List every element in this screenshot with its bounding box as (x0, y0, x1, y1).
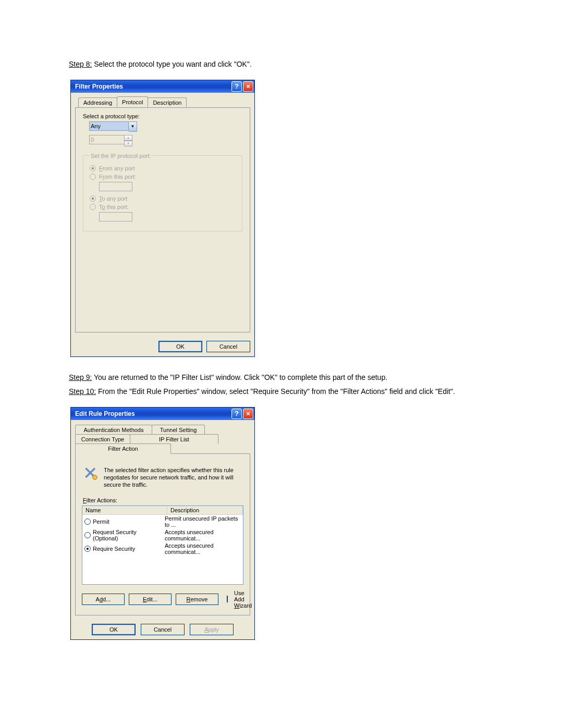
remove-button[interactable]: Remove (176, 594, 218, 605)
close-button[interactable]: × (243, 81, 253, 92)
step8: Step 8: Select the protocol type you wan… (69, 59, 494, 69)
titlebar[interactable]: Edit Rule Properties ? × (71, 408, 254, 420)
tab-auth-methods[interactable]: Authentication Methods (75, 425, 152, 435)
radio-to-any (90, 195, 96, 202)
col-name[interactable]: Name (82, 506, 167, 514)
close-button[interactable]: × (243, 409, 253, 419)
port-fieldset: Set the IP protocol port: From any port … (83, 153, 242, 231)
protocol-combo[interactable]: ▼ (89, 121, 242, 132)
add-button[interactable]: Add... (82, 594, 125, 605)
col-description[interactable]: Description (167, 506, 243, 514)
help-button[interactable]: ? (231, 409, 242, 419)
list-item[interactable]: Permit Permit unsecured IP packets to ..… (82, 515, 243, 528)
tab-protocol[interactable]: Protocol (117, 96, 148, 107)
ok-button[interactable]: OK (158, 341, 202, 352)
info-text: The selected filter action specifies whe… (104, 466, 241, 489)
radio-to-this (90, 204, 96, 210)
window-title: Edit Rule Properties (75, 410, 231, 417)
protocol-spinner-input (89, 135, 125, 144)
filter-actions-list[interactable]: Name Description Permit Permit unsecured… (82, 505, 243, 585)
protocol-combo-input[interactable] (89, 121, 129, 131)
tab-filter-action[interactable]: Filter Action (75, 443, 171, 454)
radio-from-any (90, 165, 96, 171)
spin-down-icon: ▼ (124, 141, 132, 146)
list-item[interactable]: Request Security (Optional) Accepts unse… (82, 528, 243, 542)
radio-icon[interactable] (84, 546, 91, 552)
edit-button[interactable]: Edit... (129, 594, 172, 605)
step9: Step 9: You are returned to the "IP Filt… (69, 373, 494, 382)
select-protocol-label: Select a protocol type: (83, 113, 242, 119)
tab-connection-type[interactable]: Connection Type (75, 434, 130, 444)
from-port-input (99, 182, 132, 191)
edit-rule-properties-window: Edit Rule Properties ? × Authentication … (70, 407, 255, 640)
to-port-input (99, 212, 132, 221)
cancel-button[interactable]: Cancel (206, 341, 250, 352)
ok-button[interactable]: OK (92, 624, 136, 635)
tab-ip-filter-list[interactable]: IP Filter List (130, 434, 218, 444)
cancel-button[interactable]: Cancel (141, 624, 185, 635)
svg-point-2 (93, 475, 97, 479)
filter-actions-label: Filter Actions: (83, 497, 243, 503)
filter-action-icon (84, 466, 99, 481)
filter-properties-window: Filter Properties ? × Addressing Protoco… (70, 80, 255, 357)
protocol-spinner: ▲▼ (89, 135, 242, 146)
chevron-down-icon[interactable]: ▼ (129, 121, 137, 132)
step10: Step 10: From the "Edit Rule Properties"… (69, 387, 494, 397)
tab-description[interactable]: Description (148, 97, 187, 107)
radio-from-this (90, 174, 96, 180)
help-button[interactable]: ? (231, 81, 242, 92)
spin-up-icon: ▲ (124, 135, 132, 141)
radio-icon[interactable] (84, 519, 91, 525)
radio-icon[interactable] (84, 532, 91, 538)
window-title: Filter Properties (75, 83, 231, 90)
use-add-wizard-checkbox[interactable] (227, 596, 228, 602)
apply-button: Apply (190, 624, 234, 635)
list-item[interactable]: Require Security Accepts unsecured commu… (82, 542, 243, 556)
titlebar[interactable]: Filter Properties ? × (71, 80, 254, 93)
use-add-wizard-label: Use Add Wizard (234, 590, 252, 609)
tab-addressing[interactable]: Addressing (78, 97, 117, 107)
tab-tunnel-setting[interactable]: Tunnel Setting (152, 425, 205, 435)
